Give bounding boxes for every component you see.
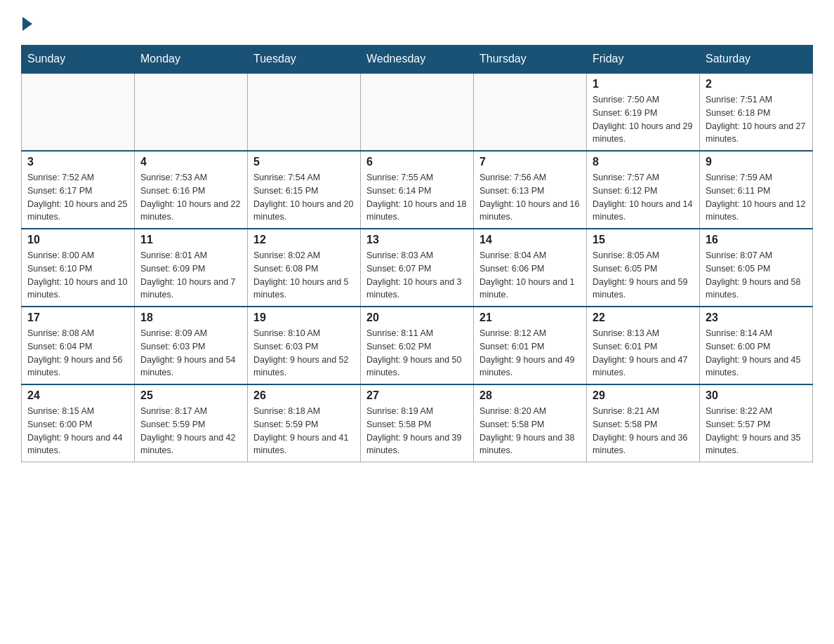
day-number: 12 (253, 234, 355, 246)
calendar-cell: 29Sunrise: 8:21 AMSunset: 5:58 PMDayligh… (587, 384, 700, 462)
calendar-cell: 16Sunrise: 8:07 AMSunset: 6:05 PMDayligh… (700, 229, 813, 307)
day-info: Sunrise: 7:55 AMSunset: 6:14 PMDaylight:… (366, 171, 468, 224)
calendar-week-row: 24Sunrise: 8:15 AMSunset: 6:00 PMDayligh… (22, 384, 813, 462)
logo-arrow-icon (22, 17, 32, 31)
day-number: 19 (253, 311, 355, 324)
calendar-cell: 23Sunrise: 8:14 AMSunset: 6:00 PMDayligh… (700, 307, 813, 384)
weekday-header-wednesday: Wednesday (361, 46, 474, 74)
calendar-week-row: 1Sunrise: 7:50 AMSunset: 6:19 PMDaylight… (22, 73, 813, 151)
day-number: 20 (366, 311, 468, 324)
day-info: Sunrise: 7:52 AMSunset: 6:17 PMDaylight:… (27, 171, 128, 224)
day-info: Sunrise: 7:54 AMSunset: 6:15 PMDaylight:… (253, 171, 355, 224)
day-info: Sunrise: 7:53 AMSunset: 6:16 PMDaylight:… (140, 171, 241, 224)
day-number: 21 (479, 311, 581, 324)
calendar-cell: 15Sunrise: 8:05 AMSunset: 6:05 PMDayligh… (587, 229, 700, 307)
calendar-cell: 3Sunrise: 7:52 AMSunset: 6:17 PMDaylight… (22, 151, 135, 229)
calendar-cell (135, 73, 248, 151)
day-info: Sunrise: 7:57 AMSunset: 6:12 PMDaylight:… (593, 171, 694, 224)
day-info: Sunrise: 8:13 AMSunset: 6:01 PMDaylight:… (593, 327, 694, 380)
day-number: 15 (593, 234, 694, 246)
page-header (21, 14, 813, 31)
day-info: Sunrise: 8:12 AMSunset: 6:01 PMDaylight:… (479, 327, 581, 380)
day-number: 18 (140, 311, 241, 324)
day-number: 10 (27, 234, 128, 246)
calendar-header-row: SundayMondayTuesdayWednesdayThursdayFrid… (22, 46, 813, 74)
day-info: Sunrise: 8:20 AMSunset: 5:58 PMDaylight:… (479, 405, 581, 457)
day-info: Sunrise: 7:59 AMSunset: 6:11 PMDaylight:… (706, 171, 807, 224)
weekday-header-monday: Monday (135, 46, 248, 74)
calendar-cell: 4Sunrise: 7:53 AMSunset: 6:16 PMDaylight… (135, 151, 248, 229)
day-number: 7 (479, 156, 581, 168)
day-number: 13 (366, 234, 468, 246)
calendar-cell: 19Sunrise: 8:10 AMSunset: 6:03 PMDayligh… (248, 307, 361, 384)
day-info: Sunrise: 8:17 AMSunset: 5:59 PMDaylight:… (140, 405, 241, 457)
day-number: 9 (706, 156, 807, 168)
day-info: Sunrise: 8:14 AMSunset: 6:00 PMDaylight:… (706, 327, 807, 380)
calendar-cell: 1Sunrise: 7:50 AMSunset: 6:19 PMDaylight… (587, 73, 700, 151)
calendar-cell: 22Sunrise: 8:13 AMSunset: 6:01 PMDayligh… (587, 307, 700, 384)
calendar-cell: 28Sunrise: 8:20 AMSunset: 5:58 PMDayligh… (474, 384, 587, 462)
calendar-cell: 14Sunrise: 8:04 AMSunset: 6:06 PMDayligh… (474, 229, 587, 307)
day-number: 27 (366, 389, 468, 402)
calendar-cell: 24Sunrise: 8:15 AMSunset: 6:00 PMDayligh… (22, 384, 135, 462)
calendar-table: SundayMondayTuesdayWednesdayThursdayFrid… (21, 45, 813, 462)
calendar-cell: 27Sunrise: 8:19 AMSunset: 5:58 PMDayligh… (361, 384, 474, 462)
calendar-cell: 10Sunrise: 8:00 AMSunset: 6:10 PMDayligh… (22, 229, 135, 307)
calendar-cell: 30Sunrise: 8:22 AMSunset: 5:57 PMDayligh… (700, 384, 813, 462)
day-info: Sunrise: 8:22 AMSunset: 5:57 PMDaylight:… (706, 405, 807, 457)
day-info: Sunrise: 8:03 AMSunset: 6:07 PMDaylight:… (366, 249, 468, 302)
calendar-cell: 6Sunrise: 7:55 AMSunset: 6:14 PMDaylight… (361, 151, 474, 229)
calendar-cell: 20Sunrise: 8:11 AMSunset: 6:02 PMDayligh… (361, 307, 474, 384)
day-info: Sunrise: 8:19 AMSunset: 5:58 PMDaylight:… (366, 405, 468, 457)
calendar-cell: 13Sunrise: 8:03 AMSunset: 6:07 PMDayligh… (361, 229, 474, 307)
day-number: 11 (140, 234, 241, 246)
day-info: Sunrise: 8:00 AMSunset: 6:10 PMDaylight:… (27, 249, 128, 302)
day-info: Sunrise: 8:02 AMSunset: 6:08 PMDaylight:… (253, 249, 355, 302)
weekday-header-saturday: Saturday (700, 46, 813, 74)
calendar-cell: 7Sunrise: 7:56 AMSunset: 6:13 PMDaylight… (474, 151, 587, 229)
day-number: 2 (706, 78, 807, 90)
day-info: Sunrise: 8:18 AMSunset: 5:59 PMDaylight:… (253, 405, 355, 457)
calendar-cell: 17Sunrise: 8:08 AMSunset: 6:04 PMDayligh… (22, 307, 135, 384)
calendar-cell: 25Sunrise: 8:17 AMSunset: 5:59 PMDayligh… (135, 384, 248, 462)
logo (21, 14, 32, 31)
day-info: Sunrise: 8:05 AMSunset: 6:05 PMDaylight:… (593, 249, 694, 302)
day-info: Sunrise: 8:08 AMSunset: 6:04 PMDaylight:… (27, 327, 128, 380)
day-number: 5 (253, 156, 355, 168)
weekday-header-sunday: Sunday (22, 46, 135, 74)
day-number: 4 (140, 156, 241, 168)
calendar-week-row: 3Sunrise: 7:52 AMSunset: 6:17 PMDaylight… (22, 151, 813, 229)
calendar-cell: 2Sunrise: 7:51 AMSunset: 6:18 PMDaylight… (700, 73, 813, 151)
calendar-cell (248, 73, 361, 151)
calendar-cell: 11Sunrise: 8:01 AMSunset: 6:09 PMDayligh… (135, 229, 248, 307)
day-info: Sunrise: 8:09 AMSunset: 6:03 PMDaylight:… (140, 327, 241, 380)
day-info: Sunrise: 8:07 AMSunset: 6:05 PMDaylight:… (706, 249, 807, 302)
day-number: 17 (27, 311, 128, 324)
day-info: Sunrise: 8:21 AMSunset: 5:58 PMDaylight:… (593, 405, 694, 457)
calendar-cell: 5Sunrise: 7:54 AMSunset: 6:15 PMDaylight… (248, 151, 361, 229)
weekday-header-thursday: Thursday (474, 46, 587, 74)
day-number: 22 (593, 311, 694, 324)
calendar-week-row: 10Sunrise: 8:00 AMSunset: 6:10 PMDayligh… (22, 229, 813, 307)
calendar-cell (22, 73, 135, 151)
weekday-header-friday: Friday (587, 46, 700, 74)
calendar-cell: 12Sunrise: 8:02 AMSunset: 6:08 PMDayligh… (248, 229, 361, 307)
day-info: Sunrise: 7:56 AMSunset: 6:13 PMDaylight:… (479, 171, 581, 224)
day-number: 14 (479, 234, 581, 246)
day-number: 23 (706, 311, 807, 324)
day-number: 26 (253, 389, 355, 402)
day-number: 29 (593, 389, 694, 402)
day-number: 25 (140, 389, 241, 402)
day-number: 3 (27, 156, 128, 168)
day-info: Sunrise: 8:01 AMSunset: 6:09 PMDaylight:… (140, 249, 241, 302)
day-info: Sunrise: 8:15 AMSunset: 6:00 PMDaylight:… (27, 405, 128, 457)
calendar-cell: 9Sunrise: 7:59 AMSunset: 6:11 PMDaylight… (700, 151, 813, 229)
calendar-cell: 26Sunrise: 8:18 AMSunset: 5:59 PMDayligh… (248, 384, 361, 462)
day-number: 30 (706, 389, 807, 402)
calendar-cell: 21Sunrise: 8:12 AMSunset: 6:01 PMDayligh… (474, 307, 587, 384)
calendar-week-row: 17Sunrise: 8:08 AMSunset: 6:04 PMDayligh… (22, 307, 813, 384)
calendar-cell: 18Sunrise: 8:09 AMSunset: 6:03 PMDayligh… (135, 307, 248, 384)
day-info: Sunrise: 8:10 AMSunset: 6:03 PMDaylight:… (253, 327, 355, 380)
day-number: 28 (479, 389, 581, 402)
day-number: 1 (593, 78, 694, 90)
